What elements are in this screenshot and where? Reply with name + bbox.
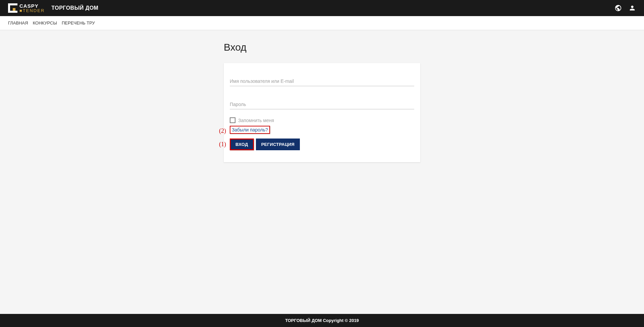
topbar-right xyxy=(614,4,636,12)
user-icon[interactable] xyxy=(629,4,636,12)
content: Вход Запомнить меня Забыли пароль? ВХОД … xyxy=(0,30,644,182)
annotation-2: (2) xyxy=(219,127,226,134)
logo-text-bottom: ■TENDER xyxy=(19,8,45,13)
page-title: Вход xyxy=(224,42,420,53)
logo-text: CASPY ■TENDER xyxy=(19,3,45,13)
site-title: ТОРГОВЫЙ ДОМ xyxy=(51,5,98,11)
forgot-password-link[interactable]: Забыли пароль? xyxy=(230,126,270,134)
login-button[interactable]: ВХОД xyxy=(230,139,254,150)
login-wrapper: Вход Запомнить меня Забыли пароль? ВХОД … xyxy=(224,42,420,162)
remember-label: Запомнить меня xyxy=(238,118,274,123)
globe-icon[interactable] xyxy=(614,4,622,12)
remember-row: Запомнить меня xyxy=(230,117,414,123)
topbar: CASPY ■TENDER ТОРГОВЫЙ ДОМ xyxy=(0,0,644,16)
login-card: Запомнить меня Забыли пароль? ВХОД РЕГИС… xyxy=(224,63,420,162)
logo[interactable]: CASPY ■TENDER xyxy=(8,3,45,13)
svg-rect-3 xyxy=(13,8,15,11)
forgot-row: Забыли пароль? xyxy=(230,126,414,134)
nav-main[interactable]: ГЛАВНАЯ xyxy=(8,20,28,25)
username-input[interactable] xyxy=(230,76,414,86)
button-row: ВХОД РЕГИСТРАЦИЯ xyxy=(230,139,414,150)
card-inner: Запомнить меня Забыли пароль? ВХОД РЕГИС… xyxy=(230,76,414,150)
register-button[interactable]: РЕГИСТРАЦИЯ xyxy=(256,139,300,150)
remember-checkbox[interactable] xyxy=(230,117,235,123)
nav: ГЛАВНАЯ КОНКУРСЫ ПЕРЕЧЕНЬ ТРУ xyxy=(0,16,644,30)
password-input[interactable] xyxy=(230,100,414,109)
nav-tru[interactable]: ПЕРЕЧЕНЬ ТРУ xyxy=(62,20,95,25)
svg-rect-2 xyxy=(8,11,17,13)
nav-tenders[interactable]: КОНКУРСЫ xyxy=(33,20,57,25)
annotation-1: (1) xyxy=(219,141,226,148)
topbar-left: CASPY ■TENDER ТОРГОВЫЙ ДОМ xyxy=(8,3,98,13)
logo-text-top: CASPY xyxy=(19,3,45,8)
logo-mark-icon xyxy=(8,3,17,13)
